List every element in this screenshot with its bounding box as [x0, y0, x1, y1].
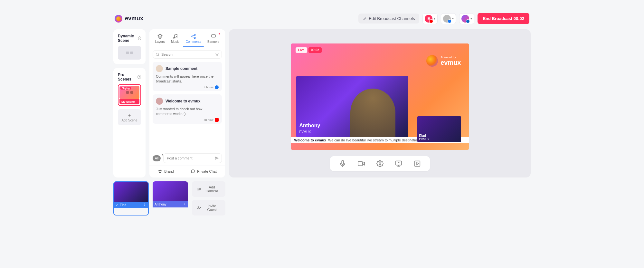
comment-card[interactable]: Welcome to evmux Just wanted to check ou…: [153, 94, 222, 124]
linkedin-badge-icon: [466, 19, 470, 23]
powered-by: Powered by evmux: [426, 55, 461, 67]
send-icon[interactable]: [214, 156, 219, 160]
svg-marker-0: [158, 34, 162, 36]
help-icon[interactable]: ?: [138, 36, 141, 40]
pip-camera-feed: Elad EVMUX: [417, 116, 461, 142]
logo-icon: [115, 15, 122, 23]
svg-rect-8: [212, 35, 215, 37]
camera-button[interactable]: [358, 160, 365, 167]
svg-rect-19: [414, 161, 420, 167]
edit-channels-button[interactable]: Edit Broadcast Channels: [358, 14, 419, 24]
tab-layers[interactable]: Layers: [153, 33, 167, 47]
invite-guest-icon: [197, 206, 201, 210]
comment-header: Welcome to evmux: [156, 98, 219, 105]
svg-point-23: [198, 206, 199, 207]
notification-dot-icon: [219, 33, 220, 34]
camera-side-actions: Add Camera Invite Guest: [192, 181, 225, 215]
plus-icon: +: [128, 113, 131, 118]
tab-music[interactable]: Music: [168, 33, 182, 47]
comment-meta: 4 hours: [156, 85, 219, 89]
private-chat-button[interactable]: Private Chat: [191, 169, 217, 174]
youtube-badge-icon: [429, 19, 433, 23]
channel-chip-2[interactable]: ▾: [441, 13, 456, 24]
dynamic-scene-title: Dynamic Scene?: [118, 34, 141, 43]
channel-chip-1[interactable]: E ▾: [422, 13, 438, 24]
layers-icon: [157, 34, 163, 39]
channel-avatar: [461, 15, 469, 23]
pro-scene-preview: Playing: [119, 86, 139, 99]
mic-icon[interactable]: [143, 204, 146, 207]
media-button[interactable]: [414, 160, 421, 167]
dynamic-scene-thumb[interactable]: [118, 46, 141, 60]
screenshare-button[interactable]: [395, 160, 402, 167]
help-icon[interactable]: ?: [137, 75, 141, 79]
camera-tile-anthony[interactable]: Anthony: [153, 181, 188, 215]
camera-label: ✓Elad: [114, 202, 148, 208]
tab-banners[interactable]: Banners: [205, 33, 222, 47]
brand-icon: [158, 169, 162, 174]
filter-icon[interactable]: [215, 53, 219, 56]
mic-button[interactable]: [339, 160, 346, 167]
person-silhouette: [350, 89, 395, 137]
comment-input[interactable]: [167, 156, 212, 160]
bottom-actions: Brand Private Chat: [149, 166, 225, 177]
mic-icon[interactable]: [183, 203, 186, 206]
svg-point-10: [156, 53, 159, 56]
pro-scenes-title: Pro Scenes?: [118, 72, 141, 81]
dynamic-scene-panel: Dynamic Scene?: [113, 29, 146, 64]
header: evmux Edit Broadcast Channels E ▾ ▾ ▾ En…: [113, 10, 531, 29]
music-icon: [173, 34, 178, 39]
compose-row: All ▾: [153, 153, 222, 163]
live-badge: Live: [296, 47, 307, 53]
settings-button[interactable]: [376, 160, 384, 167]
header-actions: Edit Broadcast Channels E ▾ ▾ ▾ End Broa…: [358, 13, 529, 24]
tab-comments[interactable]: Comments: [183, 33, 204, 47]
comment-card[interactable]: Sample comment Comments will appear here…: [153, 62, 222, 91]
playing-badge: Playing: [120, 87, 131, 90]
search-input[interactable]: [161, 53, 213, 56]
banners-icon: [211, 34, 216, 39]
camera-tile-elad[interactable]: ✓Elad: [113, 181, 149, 215]
svg-line-6: [193, 35, 194, 36]
brand-button[interactable]: Brand: [158, 169, 174, 174]
brand-name: evmux: [125, 15, 143, 22]
control-bar: [330, 156, 430, 171]
preview-column: Live 00:02 Powered by evmux Anthony: [229, 29, 531, 177]
add-scene-button[interactable]: + Add Scene: [118, 109, 141, 125]
search-row: [153, 50, 222, 59]
channel-avatar: [443, 15, 451, 23]
logo-area[interactable]: evmux: [115, 15, 143, 23]
add-camera-icon: [197, 187, 201, 191]
chat-icon: [191, 169, 195, 174]
comment-author: Sample comment: [166, 66, 197, 71]
comment-header: Sample comment: [156, 65, 219, 72]
camera-preview: [114, 182, 148, 202]
invite-guest-button[interactable]: Invite Guest: [192, 200, 225, 215]
pro-scene-card[interactable]: Playing My Scene: [118, 84, 141, 106]
pro-scene-label: My Scene: [119, 99, 139, 104]
svg-point-1: [173, 37, 175, 38]
pro-scenes-panel: Pro Scenes? Playing My Scene + Add Scene: [113, 68, 146, 177]
app-root: evmux Edit Broadcast Channels E ▾ ▾ ▾ En…: [109, 6, 535, 219]
camera-icon: [358, 160, 365, 167]
mic-icon: [339, 160, 346, 167]
svg-marker-12: [215, 53, 219, 56]
chevron-down-icon: ▾: [470, 17, 472, 20]
chevron-down-icon: ▾: [434, 17, 435, 20]
svg-point-15: [379, 163, 381, 165]
tabs-bar: Layers Music Comments Banners: [149, 33, 225, 47]
end-broadcast-button[interactable]: End Broadcast 00:02: [478, 13, 529, 24]
powered-logo-icon: [426, 55, 438, 67]
add-scene-label: Add Scene: [122, 119, 137, 122]
comments-icon: [191, 34, 196, 39]
media-icon: [414, 160, 421, 167]
channel-selector[interactable]: All ▾: [153, 155, 161, 161]
facebook-badge-icon: [448, 19, 451, 23]
add-camera-button[interactable]: Add Camera: [192, 181, 225, 197]
preview-area: Live 00:02 Powered by evmux Anthony: [229, 29, 531, 177]
channel-chip-3[interactable]: ▾: [459, 13, 474, 24]
comment-body: Comments will appear here once the broad…: [156, 74, 219, 84]
comments-column: Layers Music Comments Banners: [149, 29, 225, 177]
camera-label: Anthony: [153, 201, 188, 207]
pip-nameplate: Elad EVMUX: [419, 134, 430, 141]
